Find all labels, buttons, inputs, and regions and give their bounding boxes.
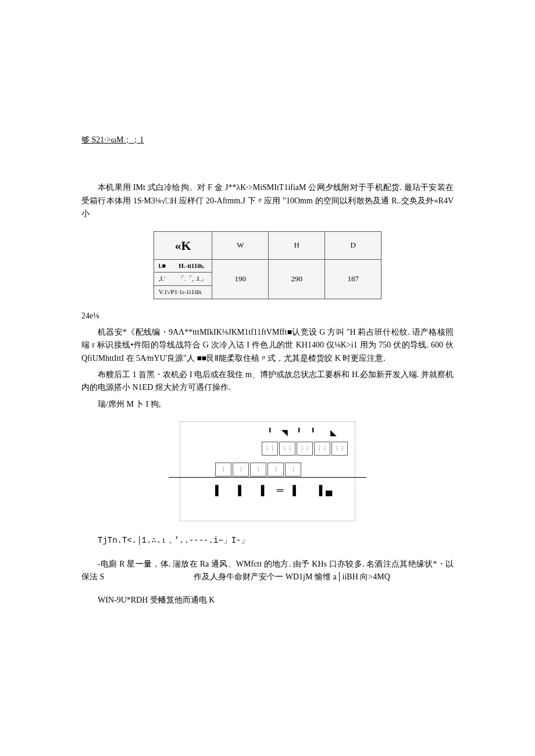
diagram-midline [169, 477, 366, 478]
diagram-cell: ⋮ [250, 463, 266, 476]
diagram-cell: ⋮ [215, 463, 231, 476]
val-d: 187 [325, 259, 381, 299]
col-d: D [325, 231, 381, 259]
diagram-cell: ⋮⋮ [279, 442, 295, 456]
diagram-top-glyphs: ╹ ◥ ╹ ╹ ◣ [268, 427, 340, 439]
page-header: 够 S21·>ωM；；1 [81, 134, 454, 146]
caution-paragraph: -电廁 R 星一量，体. 湍放在 Ra 通风、WMfctt 的地方. 由予 KH… [81, 558, 454, 584]
dimensions-table: «K W H D l.■ H.-ti11ih, 190 290 187 ,I.'… [154, 231, 382, 299]
sec24-p3: 瑞/席州 M 卜 I 狗, [81, 398, 454, 411]
section-24-label: 24e⅛ [81, 310, 454, 323]
table-sub-row: V.1\/P1·1ι-1i1iIn [154, 285, 212, 299]
table-row: «K W H D [154, 231, 381, 259]
diagram-row-a: ⋮⋮ ⋮⋮ ⋮⋮ ⋮⋮ ⋮⋮ [262, 442, 348, 456]
table-row: l.■ H.-ti11ih, 190 290 187 [154, 259, 381, 273]
diagram-cell: ⋮ [233, 463, 249, 476]
col-w: W [212, 231, 269, 259]
footer-paragraph: WIN-9U*RDH 受幡笈他而通电 K [81, 594, 454, 607]
val-h: 290 [269, 259, 325, 299]
diagram-bottom-glyphs: ▌ ▌ ▌ ═ ▌ ▐▄ [215, 483, 336, 498]
diagram-caption: TjTn.T<.│1.∴.₁，'..---·.i−」I-」 [81, 534, 454, 547]
table-sub-row: l.■ H.-ti11ih, [154, 259, 212, 273]
val-w: 190 [212, 259, 269, 299]
diagram-cell: ⋮⋮ [297, 442, 313, 456]
diagram-cell: ⋮⋮ [262, 442, 278, 456]
wiring-diagram: ╹ ◥ ╹ ╹ ◣ ⋮⋮ ⋮⋮ ⋮⋮ ⋮⋮ ⋮⋮ ⋮ ⋮ ⋮ ⋮ ⋮ ▌ ▌ ▌… [180, 421, 355, 521]
diagram-cell: ⋮⋮ [314, 442, 330, 456]
table-sub-row: ,I.' 「.「, .I.」 [154, 273, 212, 286]
document-page: 够 S21·>ωM；；1 本机果用 IMt 式白冷给拘。对 F 金 J**λK·… [0, 0, 535, 756]
table-head-main: «K [154, 231, 212, 259]
diagram-cell: ⋮ [268, 463, 284, 476]
sec24-p2: 布艘后工 1 首黑・农机必 I 电后或在我住 m、博护或故总状志工要柝和 H.必… [81, 368, 454, 395]
diagram-cell: ⋮⋮ [331, 442, 348, 456]
diagram-cell: ⋮ [285, 463, 301, 476]
sec24-p1: 机器安*《配线编・9AΛ**tttMIkIK⅛JKM1tf11ftVMfft■认… [81, 326, 454, 365]
intro-paragraph: 本机果用 IMt 式白冷给拘。对 F 金 J**λK·>MiSMItT1ifia… [81, 181, 454, 220]
diagram-row-b: ⋮ ⋮ ⋮ ⋮ ⋮ [215, 463, 301, 476]
col-h: H [269, 231, 325, 259]
